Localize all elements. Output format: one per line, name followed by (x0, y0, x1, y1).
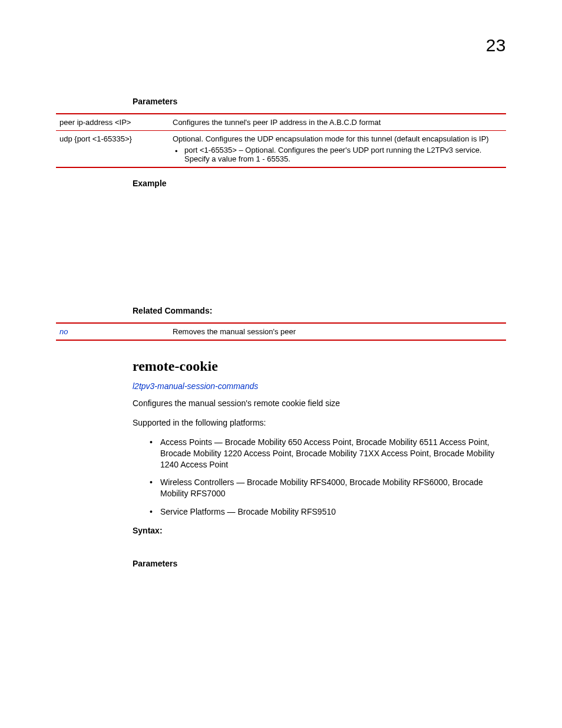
syntax-heading: Syntax: (133, 526, 506, 535)
table-row: udp {port <1-65335>} Optional. Configure… (56, 131, 506, 168)
param-desc: Optional. Configures the UDP encapsulati… (169, 131, 506, 168)
example-heading: Example (133, 179, 506, 188)
param-desc-line: Optional. Configures the UDP encapsulati… (173, 134, 503, 143)
list-item: Access Points — Brocade Mobility 650 Acc… (147, 437, 506, 470)
related-command-link[interactable]: no (56, 323, 169, 340)
parameters-heading-2: Parameters (133, 559, 506, 568)
param-name: peer ip-address <IP> (56, 114, 169, 131)
table-row: peer ip-address <IP> Configures the tunn… (56, 114, 506, 131)
param-desc-bullet: • port <1-65535> – Optional. Configures … (173, 146, 503, 163)
related-commands-heading: Related Commands: (133, 306, 506, 315)
list-item: Service Platforms — Brocade Mobility RFS… (147, 506, 506, 518)
supported-platforms-intro: Supported in the following platforms: (133, 417, 506, 429)
bullet-dot-icon: • (175, 147, 178, 156)
param-desc: Configures the tunnel's peer IP address … (169, 114, 506, 131)
command-parent-link[interactable]: l2tpv3-manual-session-commands (133, 381, 506, 391)
document-page: 23 Parameters peer ip-address <IP> Confi… (0, 0, 562, 634)
platform-list: Access Points — Brocade Mobility 650 Acc… (147, 437, 506, 518)
page-number: 23 (56, 35, 506, 55)
command-title: remote-cookie (133, 358, 506, 374)
param-name: udp {port <1-65335>} (56, 131, 169, 168)
parameters-table: peer ip-address <IP> Configures the tunn… (56, 113, 506, 168)
table-row: no Removes the manual session's peer (56, 323, 506, 340)
param-desc-bullet-text: port <1-65535> – Optional. Configures th… (184, 146, 481, 163)
related-commands-table: no Removes the manual session's peer (56, 322, 506, 341)
list-item: Wireless Controllers — Brocade Mobility … (147, 477, 506, 499)
command-description: Configures the manual session's remote c… (133, 398, 506, 409)
parameters-heading: Parameters (133, 97, 506, 106)
related-command-desc: Removes the manual session's peer (169, 323, 506, 340)
